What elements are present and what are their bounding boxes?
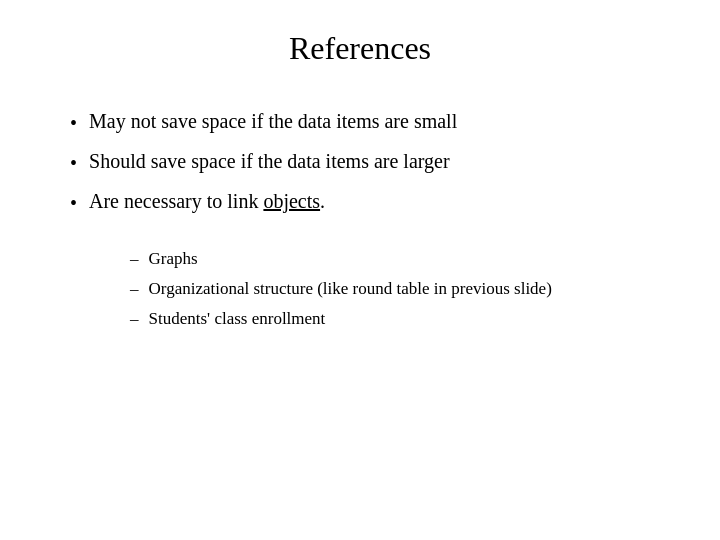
sub-dash: –: [130, 277, 139, 301]
sub-item-text: Students' class enrollment: [149, 307, 326, 331]
list-item: • Are necessary to link objects.: [70, 187, 680, 217]
sub-item-text: Graphs: [149, 247, 198, 271]
bullet-dot: •: [70, 149, 77, 177]
bullet-text-with-underline: Are necessary to link objects.: [89, 187, 325, 215]
bullet-list: • May not save space if the data items a…: [70, 107, 680, 227]
sub-dash: –: [130, 307, 139, 331]
bullet-text-after: .: [320, 190, 325, 212]
list-item: • May not save space if the data items a…: [70, 107, 680, 137]
sub-item-text: Organizational structure (like round tab…: [149, 277, 552, 301]
bullet-text-underlined: objects: [263, 190, 320, 212]
slide-container: References • May not save space if the d…: [0, 0, 720, 540]
list-item: – Organizational structure (like round t…: [130, 277, 680, 301]
bullet-dot: •: [70, 109, 77, 137]
slide-title: References: [40, 20, 680, 67]
list-item: – Graphs: [130, 247, 680, 271]
bullet-text-before: Are necessary to link: [89, 190, 263, 212]
content-area: • May not save space if the data items a…: [40, 107, 680, 336]
bullet-text: May not save space if the data items are…: [89, 107, 457, 135]
bullet-dot: •: [70, 189, 77, 217]
bullet-text: Should save space if the data items are …: [89, 147, 450, 175]
sub-dash: –: [130, 247, 139, 271]
list-item: • Should save space if the data items ar…: [70, 147, 680, 177]
list-item: – Students' class enrollment: [130, 307, 680, 331]
sub-list: – Graphs – Organizational structure (lik…: [70, 247, 680, 336]
